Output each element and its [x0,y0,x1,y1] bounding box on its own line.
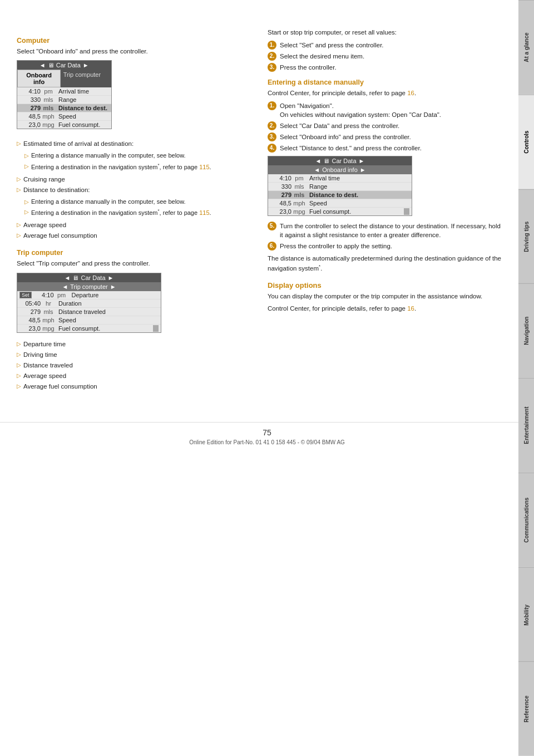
tc-bullet-driving: ▷ Driving time [17,350,251,359]
set-badge: Set [19,292,32,298]
t2row4-unit: mph [41,317,56,323]
table2-row-4: 48,5 mph Speed [17,316,161,325]
row5-unit: mpg [41,121,56,128]
reset-step-3: 3. Press the controller. [268,63,502,72]
t2row3-unit: mls [41,308,56,315]
arrow-icon-5: ▷ [17,221,21,229]
car-data-table1: ◄ 🖥 Car Data ► Onboard info Trip compute… [17,60,112,129]
sub-bullet-distance-manual-2: ▷ Entering a distance manually in the co… [24,198,251,206]
sub-bullet-4-text: Entering a destination in the navigation… [31,208,211,217]
bullet-avg-speed: ▷ Average speed [17,220,251,229]
distance-step-3: 3. Select "Onboard info" and press the c… [268,132,502,141]
bullet-avg-fuel-text: Average fuel consumption [23,231,97,240]
trip-computer-heading: Trip computer [17,249,251,257]
sub-bullet-3-text: Entering a distance manually in the comp… [31,198,186,206]
sidebar-tab-controls[interactable]: Controls [518,95,534,189]
table2-row-5: 23,0 mpg Fuel consumpt. [17,325,161,332]
sub-bullet-1-text: Entering a distance manually in the comp… [31,151,186,160]
table3-sub-arrow-left: ◄ [314,166,320,173]
sidebar-tabs: At a glance Controls Driving tips Naviga… [518,0,534,756]
t2row2-val: 05:40 [19,300,41,307]
step-num-3: 3. [268,63,276,72]
t2row1-val: 4:10 [33,292,54,298]
computer-heading: Computer [17,37,251,45]
row1-val: 4:10 [19,88,41,95]
t3row3-val: 279 [270,192,291,198]
arrow-icon-3: ▷ [17,175,21,183]
t2row4-val: 48,5 [19,317,41,323]
sidebar-tab-at-a-glance[interactable]: At a glance [518,0,534,95]
row4-unit: mph [41,113,56,120]
table2-sub-text: Trip computer [70,283,107,290]
table2-arrow-right: ► [108,274,114,281]
arrow-icon-6: ▷ [17,232,21,239]
row3-label: Distance to dest. [56,105,109,111]
table1-arrow-left: ◄ [39,62,46,68]
bullet-avg-speed-text: Average speed [23,220,66,229]
tab-onboard-info[interactable]: Onboard info [17,70,61,87]
table2-icon: 🖥 [72,274,78,281]
sub-bullet-distance-manual-1: ▷ Entering a distance manually in the co… [24,151,251,160]
computer-intro: Select "Onboard info" and press the cont… [17,47,251,56]
d-step-num-3: 3. [268,132,276,141]
t2row5-label: Fuel consumpt. [56,325,153,332]
t3row2-label: Range [307,183,409,190]
display-text-1: You can display the computer or the trip… [268,292,502,301]
t3row4-val: 48,5 [270,200,291,207]
bullet-cruising-text: Cruising range [23,175,65,184]
computer-bullet-list: ▷ Estimated time of arrival at destinati… [17,139,251,240]
distance-step-2: 2. Select "Car Data" and press the contr… [268,121,502,130]
display-text-2: Control Center, for principle details, r… [268,304,502,313]
t2row5-unit: mpg [41,325,56,332]
table2-sub-arrow-left: ◄ [62,283,68,290]
d-step-num-5: 5. [268,222,276,230]
table3-row-3-highlighted: 279 mls Distance to dest. [268,191,412,199]
reset-steps: 1. Select "Set" and press the controller… [268,41,502,72]
d-step-num-1: 1. [268,101,276,110]
table3-row-4: 48,5 mph Speed [268,199,412,208]
page-number: 75 [6,428,528,437]
copyright-text: Online Edition for Part-No. 01 41 0 158 … [189,439,345,445]
arrow-icon-4: ▷ [17,186,21,194]
bullet-distance-text: Distance to destination: [23,185,90,194]
trip-computer-bullet-list: ▷ Departure time ▷ Driving time ▷ Distan… [17,340,251,391]
table1-row-5: 23,0 mpg Fuel consumpt. [17,121,111,129]
sub-arrow-2: ▷ [24,163,29,170]
step-num-2: 2. [268,52,276,61]
t2row1-unit: pm [54,292,70,298]
sidebar-tab-driving-tips[interactable]: Driving tips [518,189,534,284]
distance-sub-list: ▷ Entering a distance manually in the co… [24,198,251,217]
table2-row-1: Set 4:10 pm Departure [17,291,161,300]
sub-bullet-2-text: Entering a destination in the navigation… [31,162,211,171]
t3row5-val: 23,0 [270,208,291,215]
t3row5-unit: mpg [291,208,307,215]
t2row4-label: Speed [56,317,159,323]
table2-row-3: 279 mls Distance traveled [17,308,161,316]
sub-arrow-3: ▷ [24,198,29,206]
table1-row-1: 4:10 pm Arrival time [17,87,111,96]
tc-arrow-5: ▷ [17,382,21,390]
t3row5-label: Fuel consumpt. [307,208,404,215]
tab-trip-computer[interactable]: Trip computer [61,70,103,87]
sub-bullet-nav-dest-2: ▷ Entering a destination in the navigati… [24,208,251,217]
sub-arrow-4: ▷ [24,208,29,216]
sidebar-tab-communications[interactable]: Communications [518,473,534,567]
sidebar-tab-navigation[interactable]: Navigation [518,283,534,378]
bullet-arrival-text: Estimated time of arrival at destination… [23,139,134,148]
tc-bullet-avg-speed: ▷ Average speed [17,371,251,380]
t2row5-val: 23,0 [19,325,41,332]
sidebar-tab-mobility[interactable]: Mobility [518,567,534,662]
table2-row-2: 05:40 hr Duration [17,300,161,308]
step-num-1: 1. [268,41,276,50]
row2-unit: mls [41,96,56,103]
tc-bullet-distance: ▷ Distance traveled [17,361,251,370]
sidebar-tab-entertainment[interactable]: Entertainment [518,378,534,473]
sidebar-tab-reference[interactable]: Reference [518,661,534,756]
table3-icon: 🖥 [323,158,329,164]
t3row4-unit: mph [291,200,307,207]
d-step-num-2: 2. [268,121,276,130]
car-data-table2: ◄ 🖥 Car Data ► ◄ Trip computer ► Set 4:1… [17,273,161,333]
t2row1-label: Departure [70,292,159,298]
table1-arrow-right: ► [83,62,89,68]
tc-arrow-3: ▷ [17,361,21,369]
